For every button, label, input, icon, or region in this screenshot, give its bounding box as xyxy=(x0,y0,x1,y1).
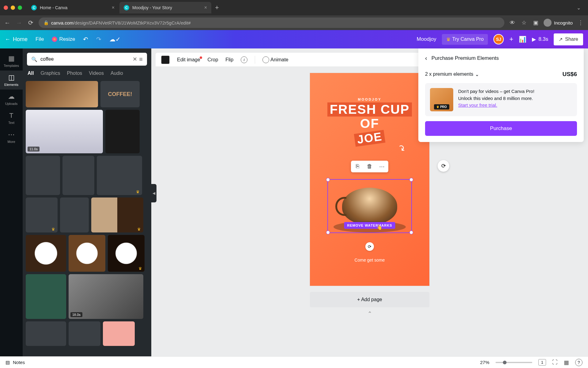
close-icon[interactable]: × xyxy=(204,5,207,10)
home-button[interactable]: ← Home xyxy=(5,36,28,43)
color-swatch[interactable] xyxy=(161,56,170,64)
result-item[interactable] xyxy=(26,156,60,195)
more-actions-button[interactable]: ⋯ xyxy=(378,163,386,170)
clear-search-button[interactable]: ✕ xyxy=(133,56,137,63)
result-item[interactable] xyxy=(105,110,140,153)
panel-tab-photos[interactable]: Photos xyxy=(67,71,82,78)
nav-elements[interactable]: ◫ Elements xyxy=(0,71,23,90)
flip-button[interactable]: Flip xyxy=(225,57,233,63)
search-input[interactable] xyxy=(40,56,131,62)
eye-icon[interactable]: 👁 xyxy=(509,20,516,26)
help-icon[interactable]: ? xyxy=(575,359,582,366)
result-item[interactable] xyxy=(26,274,66,319)
panel-tab-graphics[interactable]: Graphics xyxy=(40,71,60,78)
result-item[interactable]: ♛ xyxy=(91,197,143,232)
page-brand-text[interactable]: MOODJOY xyxy=(358,98,381,101)
delete-button[interactable]: 🗑 xyxy=(366,163,374,170)
search-box[interactable]: 🔍 ✕ ≡ xyxy=(27,53,147,66)
zoom-slider-thumb[interactable] xyxy=(503,361,507,364)
window-close[interactable] xyxy=(4,6,8,10)
result-item[interactable]: 18.0s xyxy=(69,274,143,319)
close-icon[interactable]: × xyxy=(112,5,115,10)
insights-icon[interactable]: 📊 xyxy=(519,36,526,43)
add-page-button[interactable]: + Add page xyxy=(310,292,429,307)
resize-button[interactable]: Resize xyxy=(52,36,75,42)
nav-uploads[interactable]: ☁ Uploads xyxy=(0,90,23,109)
zoom-label[interactable]: 27% xyxy=(480,360,489,365)
reload-button[interactable]: ⟳ xyxy=(27,19,34,26)
play-button[interactable]: ▶ 8.3s xyxy=(532,36,548,43)
result-item[interactable] xyxy=(103,321,135,346)
window-maximize[interactable] xyxy=(18,6,22,10)
purchase-button[interactable]: Purchase xyxy=(425,121,577,136)
page-footer-text[interactable]: Come get some xyxy=(310,258,429,263)
remove-watermarks-button[interactable]: REMOVE WATERMARKS xyxy=(344,222,395,229)
grid-view-icon[interactable]: ▦ xyxy=(564,359,569,366)
info-icon[interactable]: i xyxy=(241,56,247,63)
user-avatar[interactable]: SJ xyxy=(493,34,504,44)
animate-button[interactable]: Animate xyxy=(262,56,288,63)
regenerate-button[interactable]: ⟳ xyxy=(438,160,449,172)
duplicate-button[interactable]: ⎘ xyxy=(353,163,361,170)
forward-button[interactable]: → xyxy=(15,19,23,26)
result-item[interactable] xyxy=(26,321,66,346)
result-item[interactable] xyxy=(69,321,100,346)
nav-text[interactable]: T Text xyxy=(0,109,23,128)
rotate-handle[interactable]: ⟳ xyxy=(365,242,374,251)
file-menu[interactable]: File xyxy=(36,36,44,42)
zoom-slider[interactable] xyxy=(496,362,532,363)
edit-image-button[interactable]: Edit image xyxy=(177,57,200,63)
tabs-overflow-icon[interactable]: ⌄ xyxy=(577,5,581,11)
start-trial-link[interactable]: Start your free trial. xyxy=(458,102,497,108)
bookmark-icon[interactable]: ☆ xyxy=(520,19,528,26)
window-minimize[interactable] xyxy=(11,6,15,10)
menu-icon[interactable]: ⋮ xyxy=(577,19,584,26)
filter-icon[interactable]: ≡ xyxy=(139,56,143,63)
result-item[interactable]: ♛ xyxy=(26,197,58,232)
try-pro-button[interactable]: ♛ Try Canva Pro xyxy=(442,34,488,45)
panel-tab-audio[interactable]: Audio xyxy=(111,71,123,78)
result-item[interactable]: COFFEE! xyxy=(100,81,140,107)
page-title[interactable]: FRESH CUP OF JOE xyxy=(310,102,429,145)
redo-button[interactable]: ↷ xyxy=(96,36,101,43)
resize-handle-sw[interactable] xyxy=(326,231,330,234)
panel-collapse-button[interactable]: ◀ xyxy=(151,184,156,202)
page-collapse-icon[interactable]: ⌃ xyxy=(368,310,372,317)
tab-title: Moodjoy - Your Story xyxy=(132,5,202,10)
result-item[interactable] xyxy=(69,235,105,272)
result-item[interactable] xyxy=(60,197,89,232)
resize-handle-ne[interactable] xyxy=(409,178,413,182)
panel-tab-all[interactable]: All xyxy=(28,71,34,78)
fullscreen-icon[interactable]: ⛶ xyxy=(552,359,558,366)
crop-button[interactable]: Crop xyxy=(208,57,218,63)
panel-tab-videos[interactable]: Videos xyxy=(89,71,104,78)
add-user-button[interactable]: + xyxy=(509,35,513,43)
elements-summary-dropdown[interactable]: 2 x premium elements ⌄ xyxy=(425,71,479,77)
project-name[interactable]: Moodjoy xyxy=(417,36,436,42)
result-item[interactable]: 11.0s xyxy=(26,110,103,153)
page-indicator[interactable]: 1 xyxy=(538,359,546,366)
result-item[interactable] xyxy=(62,156,94,195)
result-item[interactable]: ♛ xyxy=(108,235,145,272)
result-item[interactable]: ♛ xyxy=(97,156,142,195)
result-item[interactable] xyxy=(26,81,98,107)
cloud-sync-icon[interactable]: ☁✓ xyxy=(109,36,121,43)
share-button[interactable]: ↗ Share xyxy=(554,33,583,45)
selected-element[interactable]: ⎘ 🗑 ⋯ REMOVE WATERMARKS 👆 ⟳ xyxy=(327,179,412,233)
back-button[interactable]: ← xyxy=(4,19,11,26)
extensions-icon[interactable]: ▣ xyxy=(532,19,539,26)
resize-handle-se[interactable] xyxy=(409,231,413,234)
notes-button[interactable]: ▤ Notes xyxy=(6,360,25,365)
back-button[interactable]: ‹ xyxy=(425,55,427,62)
nav-templates[interactable]: ▦ Templates xyxy=(0,52,23,71)
undo-button[interactable]: ↶ xyxy=(83,36,88,43)
browser-tab-1[interactable]: C Moodjoy - Your Story × xyxy=(119,2,211,13)
address-bar[interactable]: 🔒 canva.com/design/DAFNVetRTV8/J1WoMZtkP… xyxy=(39,17,504,28)
result-item[interactable] xyxy=(26,235,66,272)
new-tab-button[interactable]: + xyxy=(215,4,219,12)
resize-handle-nw[interactable] xyxy=(326,178,330,182)
nav-more[interactable]: ⋯ More xyxy=(0,128,23,147)
canvas-page[interactable]: MOODJOY FRESH CUP OF JOE ↷ ⎘ 🗑 ⋯ xyxy=(310,73,429,286)
resize-label: Resize xyxy=(59,36,75,42)
browser-tab-0[interactable]: C Home - Canva × xyxy=(27,2,119,13)
